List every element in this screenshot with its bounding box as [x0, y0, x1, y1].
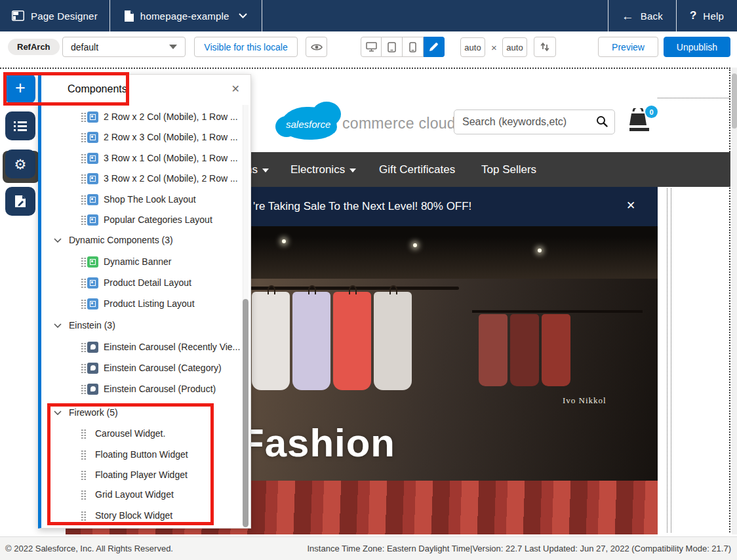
einstein-component-icon [87, 342, 98, 353]
cart-button[interactable]: 0 [628, 108, 656, 140]
component-item[interactable]: Popular Categories Layout [41, 212, 248, 227]
page-selector[interactable]: homepage-example [110, 0, 262, 31]
component-item[interactable]: Product Listing Layout [41, 296, 248, 311]
component-item-label: Einstein Carousel (Category) [104, 363, 222, 373]
chevron-down-icon [54, 410, 62, 415]
locale-select[interactable]: default [62, 37, 186, 57]
drag-handle-icon[interactable] [81, 153, 87, 163]
drag-handle-icon[interactable] [81, 174, 87, 184]
salesforce-logo-text: salesforce [286, 119, 342, 130]
component-item-label: Einstein Carousel (Recently Vie... [104, 342, 240, 352]
drag-handle-icon[interactable] [81, 215, 87, 225]
rotate-orientation-button[interactable] [534, 37, 556, 57]
component-item-label: Floating Player Widget [95, 470, 188, 480]
drag-handle-icon[interactable] [81, 429, 87, 439]
hero-spotlight [282, 239, 286, 243]
component-item-label: Carousel Widget. [95, 428, 165, 439]
chevron-down-icon [54, 323, 62, 328]
drag-handle-icon[interactable] [81, 490, 87, 500]
section-dynamic-components[interactable]: Dynamic Components (3) [41, 233, 248, 247]
components-panel-title: Components [68, 83, 127, 95]
drag-handle-icon[interactable] [81, 384, 87, 394]
section-firework[interactable]: Firework (5) [41, 405, 248, 420]
drag-handle-icon[interactable] [81, 470, 87, 480]
component-item[interactable]: Story Block Widget [41, 508, 248, 523]
component-item[interactable]: 2 Row x 2 Col (Mobile), 1 Row ... [41, 110, 248, 124]
component-item-label: Grid Layout Widget [95, 489, 174, 500]
visibility-button[interactable]: Visible for this locale [194, 37, 298, 57]
main-scrollbar-track[interactable] [732, 68, 737, 534]
hero-spotlight [413, 243, 417, 247]
eye-icon [311, 43, 323, 51]
component-item[interactable]: Carousel Widget. [41, 426, 248, 441]
component-item[interactable]: Product Detail Layout [41, 275, 248, 290]
page-structure-button[interactable] [5, 111, 35, 140]
component-item[interactable]: Shop The Look Layout [41, 192, 248, 207]
drag-handle-icon[interactable] [81, 112, 87, 122]
component-item[interactable]: Floating Button Widget [41, 447, 248, 462]
nav-item-electronics[interactable]: Electronics [290, 152, 356, 187]
instance-info-text: Instance Time Zone: Eastern Daylight Tim… [307, 544, 731, 553]
component-item[interactable]: Grid Layout Widget [41, 487, 248, 502]
component-item-label: 3 Row x 2 Col (Mobile), 2 Row ... [104, 173, 238, 184]
page-settings-button[interactable]: ⚙ [5, 150, 35, 178]
edit-mode-button[interactable] [424, 37, 445, 57]
visibility-eye-button[interactable] [306, 37, 327, 57]
gear-icon: ⚙ [14, 157, 27, 171]
storefront-search-input[interactable] [462, 110, 587, 134]
hero-shirt [252, 292, 290, 390]
hero-brand-sign: Ivo Nikkol [563, 395, 607, 406]
close-icon[interactable]: ✕ [231, 83, 240, 95]
component-item-label: Shop The Look Layout [104, 194, 196, 205]
toolbar: RefArch default Visible for this locale [0, 31, 737, 64]
drag-handle-icon[interactable] [81, 278, 87, 288]
component-item[interactable]: 3 Row x 2 Col (Mobile), 2 Row ... [41, 171, 248, 186]
back-label: Back [641, 10, 663, 22]
drag-handle-icon[interactable] [81, 257, 87, 267]
hero-shirt [292, 292, 330, 390]
main-scrollbar-thumb[interactable] [732, 73, 737, 129]
file-icon [125, 10, 134, 22]
storefront-search-box[interactable] [454, 110, 615, 134]
component-item[interactable]: Einstein Carousel (Product) [41, 382, 248, 396]
drag-handle-icon[interactable] [81, 511, 87, 521]
search-icon[interactable] [596, 115, 608, 127]
desktop-view-button[interactable] [361, 37, 382, 57]
preview-button[interactable]: Preview [598, 37, 658, 57]
unpublish-button[interactable]: Unpublish [664, 37, 730, 57]
region-divider-vertical [667, 188, 667, 532]
hero-shirt [542, 314, 570, 386]
component-item[interactable]: 2 Row x 3 Col (Mobile), 1 Row ... [41, 130, 248, 144]
mobile-view-button[interactable] [403, 37, 424, 57]
component-item[interactable]: 3 Row x 1 Col (Mobile), 1 Row ... [41, 151, 248, 165]
component-item[interactable]: Floating Player Widget [41, 468, 248, 482]
section-einstein[interactable]: Einstein (3) [41, 318, 248, 332]
hero-title: Fashion [240, 420, 395, 466]
component-item[interactable]: Einstein Carousel (Recently Vie... [41, 340, 248, 354]
panel-scrollbar-thumb[interactable] [243, 299, 249, 527]
component-item[interactable]: Einstein Carousel (Category) [41, 361, 248, 375]
nav-item-gift-certificates[interactable]: Gift Certificates [379, 152, 455, 187]
canvas-width-input[interactable] [460, 37, 485, 57]
page-edit-button[interactable] [5, 187, 35, 216]
canvas-height-input[interactable] [502, 37, 527, 57]
hero-shirt [333, 292, 371, 390]
site-badge: RefArch [8, 39, 60, 55]
back-button[interactable]: ← Back [608, 0, 676, 31]
drag-handle-icon[interactable] [81, 195, 87, 205]
drag-handle-icon[interactable] [81, 363, 87, 373]
drag-handle-icon[interactable] [81, 342, 87, 352]
app-title-block: Page Designer [0, 0, 110, 31]
drag-handle-icon[interactable] [81, 132, 87, 142]
hero-shirt [479, 314, 508, 386]
help-button[interactable]: ? Help [677, 0, 737, 31]
cart-count-badge: 0 [645, 106, 658, 118]
drag-handle-icon[interactable] [81, 299, 87, 309]
add-components-button[interactable]: + [5, 74, 35, 103]
component-item[interactable]: Dynamic Banner [41, 254, 248, 269]
drag-handle-icon[interactable] [81, 450, 87, 460]
tablet-view-button[interactable] [382, 37, 403, 57]
promo-close-icon[interactable]: ✕ [626, 199, 635, 212]
nav-item-top-sellers[interactable]: Top Sellers [481, 152, 536, 187]
chevron-down-icon [349, 169, 356, 172]
